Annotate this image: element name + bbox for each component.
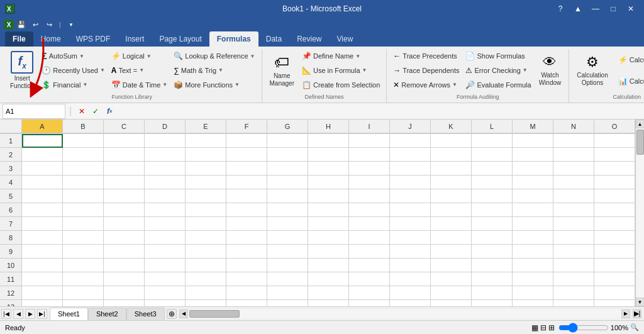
cell-D2[interactable] [145, 148, 186, 162]
cell-B2[interactable] [63, 148, 104, 162]
autosum-btn[interactable]: Σ AutoSum ▼ [39, 50, 107, 62]
cell-J5[interactable] [390, 189, 431, 203]
cell-I10[interactable] [349, 259, 390, 272]
cell-M13[interactable] [513, 300, 553, 306]
cell-D1[interactable] [145, 134, 186, 148]
cell-B11[interactable] [63, 272, 104, 286]
cell-L4[interactable] [472, 175, 513, 189]
name-manager-btn[interactable]: 🏷 NameManager [266, 49, 298, 92]
cell-M2[interactable] [513, 148, 553, 162]
cell-A8[interactable] [22, 231, 63, 245]
cell-H5[interactable] [308, 189, 349, 203]
row-header-6[interactable]: 6 [0, 203, 22, 217]
cell-J1[interactable] [390, 134, 431, 148]
cell-C4[interactable] [104, 175, 145, 189]
cell-H9[interactable] [308, 245, 349, 259]
cell-A12[interactable] [22, 286, 63, 300]
more-functions-btn[interactable]: 📦 More Functions ▼ [171, 79, 257, 91]
cell-M4[interactable] [513, 175, 553, 189]
cell-E5[interactable] [186, 189, 226, 203]
cell-A5[interactable] [22, 189, 63, 203]
cell-G11[interactable] [267, 272, 308, 286]
cell-B4[interactable] [63, 175, 104, 189]
cell-D9[interactable] [145, 245, 186, 259]
cell-H8[interactable] [308, 231, 349, 245]
cell-I9[interactable] [349, 245, 390, 259]
row-header-13[interactable]: 13 [0, 300, 22, 306]
col-header-C[interactable]: C [104, 120, 145, 133]
cell-D4[interactable] [145, 175, 186, 189]
cell-F6[interactable] [226, 203, 267, 217]
cell-I2[interactable] [349, 148, 390, 162]
cell-F11[interactable] [226, 272, 267, 286]
cell-J2[interactable] [390, 148, 431, 162]
cell-E13[interactable] [186, 300, 226, 306]
col-header-K[interactable]: K [431, 120, 472, 133]
cell-M11[interactable] [513, 272, 553, 286]
cell-A9[interactable] [22, 245, 63, 259]
cell-L11[interactable] [472, 272, 513, 286]
cell-C8[interactable] [104, 231, 145, 245]
cell-A13[interactable] [22, 300, 63, 306]
cell-E12[interactable] [186, 286, 226, 300]
tab-file[interactable]: File [5, 31, 33, 47]
qat-redo[interactable]: ↪ [43, 18, 55, 31]
row-header-11[interactable]: 11 [0, 272, 22, 286]
cell-L2[interactable] [472, 148, 513, 162]
create-from-selection-btn[interactable]: 📋 Create from Selection [299, 79, 382, 91]
cell-L12[interactable] [472, 286, 513, 300]
col-header-F[interactable]: F [226, 120, 267, 133]
cell-C13[interactable] [104, 300, 145, 306]
cell-N3[interactable] [553, 162, 594, 175]
cell-D10[interactable] [145, 259, 186, 272]
cell-G7[interactable] [267, 217, 308, 231]
cell-I6[interactable] [349, 203, 390, 217]
row-header-3[interactable]: 3 [0, 162, 22, 175]
cell-D7[interactable] [145, 217, 186, 231]
zoom-icon[interactable]: 🔍 [630, 323, 639, 331]
cell-E2[interactable] [186, 148, 226, 162]
cell-C3[interactable] [104, 162, 145, 175]
cell-G6[interactable] [267, 203, 308, 217]
cell-L9[interactable] [472, 245, 513, 259]
text-btn[interactable]: A Text = ▼ [109, 64, 170, 77]
cell-N7[interactable] [553, 217, 594, 231]
cell-H10[interactable] [308, 259, 349, 272]
cell-H2[interactable] [308, 148, 349, 162]
recently-used-btn[interactable]: 🕐 Recently Used ▼ [39, 64, 107, 77]
cell-A3[interactable] [22, 162, 63, 175]
cell-O8[interactable] [594, 231, 635, 245]
cell-H11[interactable] [308, 272, 349, 286]
cell-L6[interactable] [472, 203, 513, 217]
cancel-formula-btn[interactable]: ✕ [75, 105, 88, 118]
cell-J13[interactable] [390, 300, 431, 306]
scroll-down-btn[interactable]: ▼ [636, 298, 645, 306]
col-header-A[interactable]: A [22, 120, 63, 133]
sheet-nav-last[interactable]: ▶| [37, 309, 47, 319]
evaluate-formula-btn[interactable]: 🔎 Evaluate Formula [463, 79, 533, 91]
minimize-btn[interactable]: — [587, 3, 604, 15]
cell-H4[interactable] [308, 175, 349, 189]
cell-H12[interactable] [308, 286, 349, 300]
cell-E4[interactable] [186, 175, 226, 189]
calc-now-btn[interactable]: ⚡ Calculate Now [616, 53, 644, 66]
cell-N12[interactable] [553, 286, 594, 300]
cell-C6[interactable] [104, 203, 145, 217]
name-box[interactable] [3, 104, 65, 119]
cell-F10[interactable] [226, 259, 267, 272]
cell-D13[interactable] [145, 300, 186, 306]
maximize-btn[interactable]: □ [605, 3, 621, 15]
cell-L10[interactable] [472, 259, 513, 272]
col-header-B[interactable]: B [63, 120, 104, 133]
cell-O2[interactable] [594, 148, 635, 162]
col-header-L[interactable]: L [472, 120, 513, 133]
cell-C1[interactable] [104, 134, 145, 148]
cell-O6[interactable] [594, 203, 635, 217]
cell-G2[interactable] [267, 148, 308, 162]
cell-B7[interactable] [63, 217, 104, 231]
row-header-5[interactable]: 5 [0, 189, 22, 203]
ribbon-toggle[interactable]: ▲ [570, 3, 586, 15]
cell-E1[interactable] [186, 134, 226, 148]
cell-J12[interactable] [390, 286, 431, 300]
cell-E10[interactable] [186, 259, 226, 272]
